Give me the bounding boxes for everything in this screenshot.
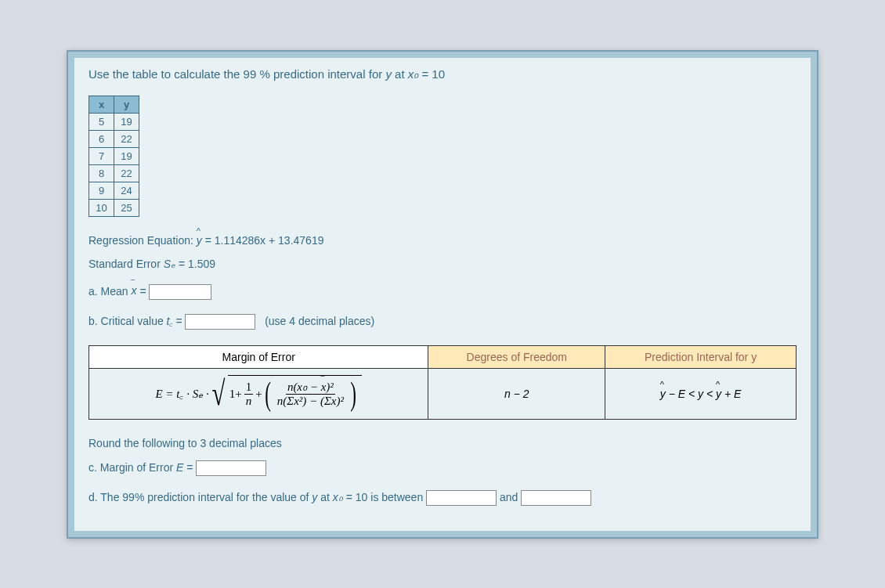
part-d-line: d. The 99% prediction interval for the v… xyxy=(88,490,796,506)
frac2-num-b: )² xyxy=(326,381,334,393)
cell: 22 xyxy=(114,130,139,147)
cell: 7 xyxy=(89,147,114,164)
pred-cell: y − E < y < y + E xyxy=(605,368,796,419)
critical-value-input[interactable] xyxy=(185,314,255,330)
cell: 5 xyxy=(89,113,114,130)
sqrt-body: 1 + 1 n + ( n(x₀ − x)² xyxy=(228,375,362,412)
cell: 22 xyxy=(114,164,139,182)
header-margin: Margin of Error xyxy=(89,345,428,368)
data-table: x y 519 622 719 822 924 1025 xyxy=(88,96,139,217)
cell: 10 xyxy=(89,199,114,216)
cell: 24 xyxy=(114,182,139,199)
frac2-num-a: n(x₀ − xyxy=(287,381,321,393)
formula-header-row: Margin of Error Degrees of Freedom Predi… xyxy=(89,345,796,368)
table-header-row: x y xyxy=(89,96,139,113)
cell: 19 xyxy=(114,113,139,130)
d-val: 10 xyxy=(356,490,368,503)
sqrt-root: √ 1 + 1 n + ( n xyxy=(209,375,362,412)
margin-formula: E = t꜀ · Sₑ · √ 1 + 1 n + ( xyxy=(155,375,362,412)
cell: 25 xyxy=(114,199,139,216)
d-x0: x₀ xyxy=(333,490,343,503)
table-row: 924 xyxy=(89,182,139,199)
d-at: at xyxy=(320,490,333,503)
se-value: 1.509 xyxy=(188,258,215,270)
radical-symbol: √ xyxy=(211,377,225,410)
header-dof: Degrees of Freedom xyxy=(428,345,605,368)
regression-line: Regression Equation: y = 1.114286x + 13.… xyxy=(88,234,796,247)
header-y: y xyxy=(114,96,139,113)
pred-formula: y − E < y < y + E xyxy=(660,388,742,400)
dof-value: n − 2 xyxy=(504,388,529,400)
paren-right: ) xyxy=(350,377,356,410)
yhat-symbol: y xyxy=(197,234,202,247)
dof-cell: n − 2 xyxy=(428,368,605,419)
title-x0: x₀ xyxy=(408,67,419,81)
formula-body-row: E = t꜀ · Sₑ · √ 1 + 1 n + ( xyxy=(89,368,796,419)
xbar-in-formula: x xyxy=(321,381,327,394)
question-page: Use the table to calculate the 99 % pred… xyxy=(74,58,811,531)
margin-formula-cell: E = t꜀ · Sₑ · √ 1 + 1 n + ( xyxy=(89,368,428,419)
b-eq: = xyxy=(175,314,185,326)
plus1: + xyxy=(235,388,241,401)
d-is: is between xyxy=(370,490,426,503)
one: 1 xyxy=(229,388,236,401)
table-row: 719 xyxy=(89,147,139,164)
frac1-num: 1 xyxy=(244,381,254,395)
frac2-num: n(x₀ − x)² xyxy=(286,380,335,395)
c-eq: = xyxy=(186,460,196,473)
table-row: 822 xyxy=(89,164,139,182)
a-label: a. Mean xyxy=(88,284,131,297)
title-eq: = xyxy=(421,67,432,81)
yhat1: y xyxy=(660,388,666,400)
cell: 6 xyxy=(89,130,114,147)
cell: 19 xyxy=(114,147,139,164)
d-prefix: d. The 99% prediction interval for the v… xyxy=(88,490,312,503)
header-x: x xyxy=(89,96,114,113)
table-row: 622 xyxy=(89,130,139,147)
e-symbol: E xyxy=(176,460,183,473)
title-val: 10 xyxy=(432,67,445,81)
question-frame: Use the table to calculate the 99 % pred… xyxy=(67,50,818,539)
interval-upper-input[interactable] xyxy=(521,490,591,506)
part-b-line: b. Critical value t꜀ = (use 4 decimal pl… xyxy=(88,314,796,330)
title-at: at xyxy=(395,67,408,81)
a-eq: = xyxy=(139,284,149,297)
se-symbol: Sₑ xyxy=(164,258,175,270)
interval-lower-input[interactable] xyxy=(426,490,497,506)
frac-1-over-n: 1 n xyxy=(244,381,254,408)
margin-lhs: E = t꜀ · Sₑ · xyxy=(155,387,208,401)
paren-left: ( xyxy=(265,377,271,410)
frac2-den: n(Σx²) − (Σx)² xyxy=(276,395,345,408)
mean-input[interactable] xyxy=(149,284,211,300)
b-hint: (use 4 decimal places) xyxy=(265,314,374,326)
b-label: b. Critical value xyxy=(88,314,167,326)
d-eq: = xyxy=(346,490,356,503)
regression-label: Regression Equation: xyxy=(88,234,197,247)
regression-eq: = 1.114286x + 13.47619 xyxy=(205,234,324,247)
question-title: Use the table to calculate the 99 % pred… xyxy=(88,67,796,81)
pred-a: − E < y < xyxy=(666,388,716,400)
pred-b: + E xyxy=(721,388,741,400)
table-row: 1025 xyxy=(89,199,139,216)
table-row: 519 xyxy=(89,113,139,130)
part-c-line: c. Margin of Error E = xyxy=(88,460,796,476)
xbar-symbol: x xyxy=(131,284,136,297)
part-a-line: a. Mean x = xyxy=(88,284,796,300)
yhat2: y xyxy=(716,388,721,400)
margin-error-input[interactable] xyxy=(196,460,266,476)
d-y: y xyxy=(312,490,317,503)
tc-symbol: t꜀ xyxy=(167,314,173,326)
se-label: Standard Error xyxy=(88,258,164,270)
header-pred: Prediction Interval for y xyxy=(605,345,796,368)
title-prefix: Use the table to calculate the 99 % pred… xyxy=(88,67,385,81)
c-label: c. Margin of Error xyxy=(88,460,176,473)
d-and: and xyxy=(500,490,521,503)
se-eq: = xyxy=(179,258,188,270)
title-y: y xyxy=(385,67,392,81)
formula-table: Margin of Error Degrees of Freedom Predi… xyxy=(88,345,796,420)
plus2: + xyxy=(255,388,262,401)
frac-main: n(x₀ − x)² n(Σx²) − (Σx)² xyxy=(276,380,345,408)
cell: 9 xyxy=(89,182,114,199)
cell: 8 xyxy=(89,164,114,182)
standard-error-line: Standard Error Sₑ = 1.509 xyxy=(88,258,796,270)
